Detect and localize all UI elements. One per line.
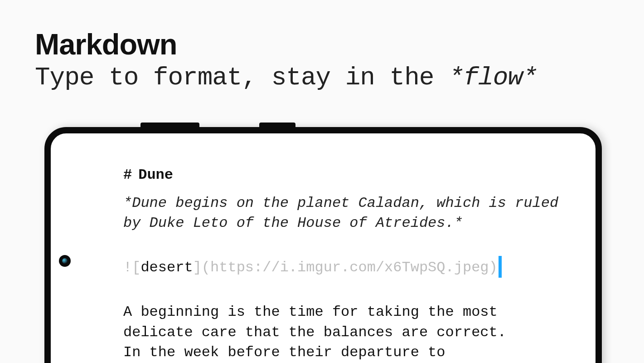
- markdown-image-url: https://i.imgur.com/x6TwpSQ.jpeg: [210, 260, 489, 276]
- promo-heading: Markdown Type to format, stay in the *fl…: [35, 27, 537, 92]
- promo-subtitle-text: Type to format, stay in the: [35, 63, 449, 92]
- markdown-close-paren: ): [489, 260, 498, 276]
- markdown-editor[interactable]: #Dune *Dune begins on the planet Caladan…: [123, 165, 582, 363]
- device-power-button-icon: [259, 123, 295, 127]
- camera-punch-hole-icon: [59, 255, 71, 267]
- markdown-open-bracket: [: [132, 260, 140, 276]
- device-volume-button-icon: [140, 123, 199, 127]
- promo-subtitle-flow: *flow*: [449, 63, 537, 92]
- markdown-close-bracket: ]: [193, 260, 202, 276]
- editor-heading-text: Dune: [138, 167, 173, 183]
- text-cursor-icon: [499, 256, 502, 278]
- markdown-bang: !: [123, 260, 132, 276]
- markdown-hash-symbol: #: [123, 167, 132, 183]
- editor-image-syntax-line[interactable]: ![desert](https://i.imgur.com/x6TwpSQ.jp…: [123, 257, 582, 279]
- markdown-open-paren: (: [202, 260, 210, 276]
- promo-subtitle: Type to format, stay in the *flow*: [35, 63, 537, 92]
- editor-intro-paragraph[interactable]: *Dune begins on the planet Caladan, whic…: [123, 193, 582, 233]
- promo-title: Markdown: [35, 27, 537, 61]
- editor-body-paragraph[interactable]: A beginning is the time for taking the m…: [123, 302, 522, 363]
- device-frame: #Dune *Dune begins on the planet Caladan…: [44, 127, 602, 363]
- editor-heading-line[interactable]: #Dune: [123, 165, 582, 185]
- markdown-image-alt: desert: [140, 260, 193, 276]
